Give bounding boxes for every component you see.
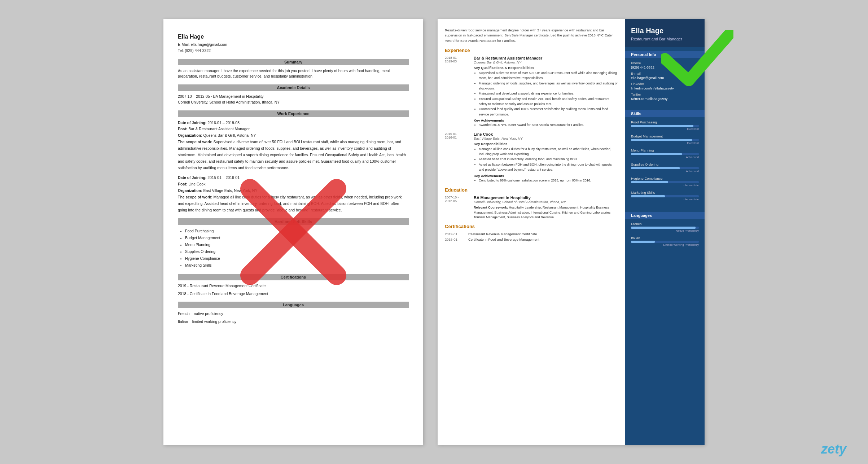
classic-contact: E-Mail: ella.hage@gmail.com Tel: (929) 4… bbox=[178, 41, 409, 54]
skill-row-6: Marketing Skills Intermediate bbox=[631, 191, 699, 201]
exp-content-2: Line Cook East Village Eats, New York, N… bbox=[474, 132, 618, 183]
exp-entry-1: 2018-01 -2019-03 Bar & Restaurant Assist… bbox=[445, 56, 618, 128]
work-entry-2: Date of Joining: 2015-01 – 2016-01 Post:… bbox=[178, 175, 409, 213]
zety-watermark: zety bbox=[821, 442, 846, 457]
phone-value: (929) 441-3322 bbox=[631, 65, 699, 69]
skill-bar-fill-2 bbox=[631, 139, 692, 141]
sidebar-role: Restaurant and Bar Manager bbox=[631, 36, 699, 41]
edu-coursework-1: Relevant Coursework: Hospitality Leaders… bbox=[474, 205, 618, 220]
lang-bar-fill-1 bbox=[631, 227, 696, 229]
experience-title: Experience bbox=[445, 48, 618, 53]
languages-header: Languages bbox=[178, 302, 409, 308]
skill-item-2: Budget Management bbox=[185, 235, 409, 241]
lang-name-2: Italian bbox=[631, 236, 699, 240]
summary-header: Summary bbox=[178, 59, 409, 65]
cert-text-1: Restaurant Revenue Management Certificat… bbox=[468, 232, 537, 236]
lang-bar-bg-2 bbox=[631, 241, 699, 243]
skill-bar-bg-1 bbox=[631, 125, 699, 127]
skill-level-6: Intermediate bbox=[631, 198, 699, 201]
skill-item-4: Supplies Ordering bbox=[185, 248, 409, 255]
sidebar-header: Ella Hage Restaurant and Bar Manager bbox=[625, 19, 705, 47]
languages-section-title: Languages bbox=[625, 212, 705, 219]
edu-degree-1: BA Management in Hospitality bbox=[474, 196, 618, 200]
academic-school: Cornell University, School of Hotel Admi… bbox=[178, 100, 409, 105]
skill-item-3: Menu Planning bbox=[185, 241, 409, 248]
languages-section: Languages French Native Proficiency Ital… bbox=[625, 208, 705, 254]
edu-content-1: BA Management in Hospitality Cornell Uni… bbox=[474, 196, 618, 220]
ach-bullets-2: Contributed to 98% customer satisfaction… bbox=[479, 178, 618, 183]
twitter-label: Twitter bbox=[631, 92, 699, 96]
cert-row-1: 2019-01 Restaurant Revenue Management Ce… bbox=[445, 232, 618, 236]
cert-row-2: 2018-01 Certificate in Food and Beverage… bbox=[445, 237, 618, 241]
cert-date-1: 2019-01 bbox=[445, 232, 465, 236]
skill-row-3: Menu Planning Advanced bbox=[631, 148, 699, 159]
post-1: Bar & Restaurant Assistant Manager bbox=[188, 127, 250, 131]
bullet-1-2: Managed ordering of foods, supplies, and… bbox=[479, 81, 618, 91]
cert-date-2: 2018-01 bbox=[445, 237, 465, 241]
skill-bar-fill-5 bbox=[631, 181, 668, 183]
skills-list: Food Purchasing Budget Management Menu P… bbox=[185, 228, 409, 268]
skill-row-1: Food Purchasing Excellent bbox=[631, 120, 699, 131]
ach-2-1: Contributed to 98% customer satisfaction… bbox=[479, 178, 618, 183]
lang-1: French – native proficiency bbox=[178, 311, 409, 317]
academic-header: Academic Details bbox=[178, 84, 409, 91]
exp-bullets-2: Managed all line cook duties for a busy … bbox=[479, 146, 618, 172]
bullet-2-2: Assisted head chef in inventory, orderin… bbox=[479, 157, 618, 162]
skill-bar-bg-5 bbox=[631, 181, 699, 183]
skill-level-5: Intermediate bbox=[631, 184, 699, 187]
exp-org-1: Queens Bar & Grill, Astoria, NY bbox=[474, 60, 618, 64]
skills-section: Skills Food Purchasing Excellent Budget … bbox=[625, 106, 705, 208]
skill-level-2: Excellent bbox=[631, 141, 699, 145]
modern-summary: Results-driven food service management d… bbox=[445, 28, 618, 43]
academic-entry: 2007-10 – 2012-05 · BA Management in Hos… bbox=[178, 94, 409, 105]
skill-item-6: Marketing Skills bbox=[185, 262, 409, 269]
skill-bar-bg-3 bbox=[631, 153, 699, 155]
bullet-2-1: Managed all line cook duties for a busy … bbox=[479, 146, 618, 157]
skill-item-1: Food Purchasing bbox=[185, 228, 409, 235]
org-1: Queens Bar & Grill, Astoria, NY bbox=[203, 133, 256, 137]
date-2: 2015-01 – 2016-01 bbox=[207, 175, 240, 180]
exp-org-2: East Village Eats, New York, NY bbox=[474, 136, 618, 140]
ach-1-1: Awarded 2018 NYC Eater Award for Best As… bbox=[479, 122, 618, 127]
education-title: Education bbox=[445, 187, 618, 193]
exp-dates-2: 2015-01 -2016-01 bbox=[445, 132, 470, 139]
email-value: ella.hage@gmail.com bbox=[191, 42, 227, 47]
ach-label-2: Key Achievements bbox=[474, 174, 618, 178]
lang-row-2: Italian Limited Working Proficiency bbox=[631, 236, 699, 246]
skill-item-5: Hygiene Compliance bbox=[185, 255, 409, 262]
org-label-1: Organization: bbox=[178, 133, 202, 137]
exp-title-2: Line Cook bbox=[474, 132, 618, 136]
skill-bar-fill-3 bbox=[631, 153, 682, 155]
summary-text: As an assistant manager, I have the expe… bbox=[178, 68, 409, 80]
skill-name-6: Marketing Skills bbox=[631, 191, 699, 194]
org-label-2: Organization: bbox=[178, 188, 202, 193]
lang-bar-fill-2 bbox=[631, 241, 655, 243]
bullet-2-3: Acted as liaison between FOH and BOH, of… bbox=[479, 162, 618, 172]
classic-name: Ella Hage bbox=[178, 34, 409, 40]
coursework-label: Relevant Coursework: bbox=[474, 206, 508, 209]
skill-level-1: Excellent bbox=[631, 127, 699, 131]
skill-name-3: Menu Planning bbox=[631, 148, 699, 152]
scope-1: Supervised a diverse team of over 50 FOH… bbox=[178, 140, 406, 170]
email-label-s: E-mail bbox=[631, 71, 699, 75]
post-label-2: Post: bbox=[178, 182, 187, 186]
skill-bar-fill-6 bbox=[631, 195, 665, 197]
academic-degree: 2007-10 – 2012-05 · BA Management in Hos… bbox=[178, 94, 409, 100]
cert-2: 2018 - Certificate in Food and Beverage … bbox=[178, 291, 409, 297]
certs-header: Certifications bbox=[178, 274, 409, 280]
skill-bar-bg-2 bbox=[631, 139, 699, 141]
modern-resume: Results-driven food service management d… bbox=[438, 19, 705, 445]
personal-info-title: Personal Info bbox=[625, 51, 705, 58]
tel-label: Tel: bbox=[178, 48, 184, 53]
modern-main: Results-driven food service management d… bbox=[438, 19, 625, 445]
edu-entry-1: 2007-10 -2012-05 BA Management in Hospit… bbox=[445, 196, 618, 220]
twitter-value: twitter.com/ellahagezety bbox=[631, 97, 699, 101]
skill-name-5: Hygiene Compliance bbox=[631, 176, 699, 180]
skill-row-5: Hygiene Compliance Intermediate bbox=[631, 176, 699, 187]
skill-bar-fill-1 bbox=[631, 125, 693, 127]
work-header: Work Experience bbox=[178, 110, 409, 117]
edu-school-1: Cornell University, School of Hotel Admi… bbox=[474, 200, 618, 204]
personal-info-section: Personal Info Phone (929) 441-3322 E-mai… bbox=[625, 47, 705, 106]
scope-label-1: The scope of work: bbox=[178, 140, 212, 144]
lang-bar-bg-1 bbox=[631, 227, 699, 229]
